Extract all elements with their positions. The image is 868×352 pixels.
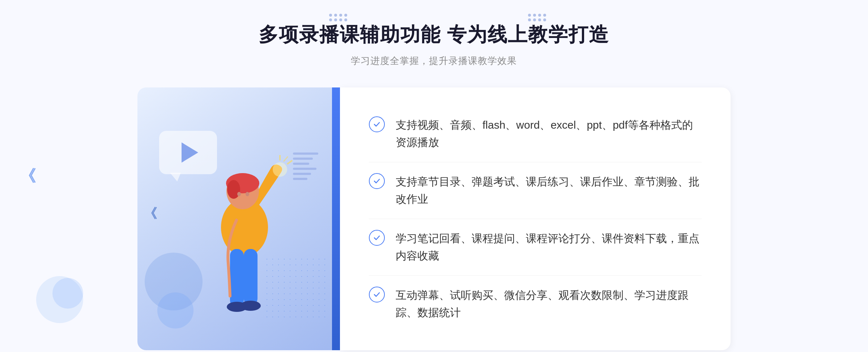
- top-dots-left: [329, 14, 347, 21]
- check-icon-4: [369, 287, 385, 302]
- svg-rect-6: [230, 249, 244, 307]
- svg-point-10: [273, 162, 287, 177]
- svg-line-12: [287, 160, 292, 164]
- left-arrow-decoration: 《: [20, 166, 36, 187]
- sub-title: 学习进度全掌握，提升录播课教学效果: [259, 55, 609, 67]
- feature-text-3: 学习笔记回看、课程提问、课程评论打分、课件资料下载，重点内容收藏: [396, 230, 702, 265]
- features-panel: 支持视频、音频、flash、word、excel、ppt、pdf等各种格式的资源…: [340, 87, 731, 350]
- check-icon-1: [369, 116, 385, 132]
- circle-decoration-2: [52, 278, 83, 309]
- page-wrapper: 多项录播课辅助功能 专为线上教学打造 学习进度全掌握，提升录播课教学效果 《: [0, 0, 868, 352]
- svg-rect-7: [244, 249, 258, 305]
- check-icon-2: [369, 173, 385, 189]
- svg-point-5: [246, 192, 249, 196]
- feature-item-3: 学习笔记回看、课程提问、课程评论打分、课件资料下载，重点内容收藏: [369, 219, 702, 276]
- illustration-arrow: 《: [144, 205, 157, 222]
- main-title: 多项录播课辅助功能 专为线上教学打造: [259, 22, 609, 48]
- feature-item-2: 支持章节目录、弹题考试、课后练习、课后作业、章节测验、批改作业: [369, 162, 702, 219]
- check-icon-3: [369, 230, 385, 246]
- person-illustration: [187, 141, 302, 350]
- page-header: 多项录播课辅助功能 专为线上教学打造 学习进度全掌握，提升录播课教学效果: [259, 22, 609, 67]
- feature-text-4: 互动弹幕、试听购买、微信分享、观看次数限制、学习进度跟踪、数据统计: [396, 287, 702, 321]
- svg-point-4: [237, 192, 241, 196]
- svg-line-13: [284, 156, 288, 162]
- svg-point-9: [241, 301, 261, 311]
- feature-item-1: 支持视频、音频、flash、word、excel、ppt、pdf等各种格式的资源…: [369, 106, 702, 162]
- feature-text-2: 支持章节目录、弹题考试、课后练习、课后作业、章节测验、批改作业: [396, 173, 702, 208]
- feature-text-1: 支持视频、音频、flash、word、excel、ppt、pdf等各种格式的资源…: [396, 116, 702, 151]
- content-area: 《: [137, 87, 731, 350]
- top-dots-right: [528, 14, 546, 21]
- illustration-panel: 《: [137, 87, 340, 350]
- blue-bar: [332, 87, 340, 350]
- feature-item-4: 互动弹幕、试听购买、微信分享、观看次数限制、学习进度跟踪、数据统计: [369, 276, 702, 332]
